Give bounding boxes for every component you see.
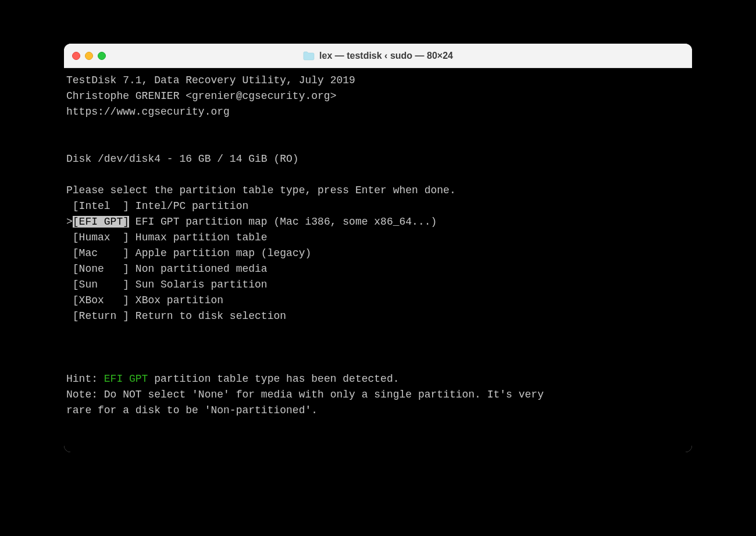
menu-item[interactable]: [XBox ] XBox partition (66, 293, 690, 308)
menu-description: XBox partition (129, 294, 223, 306)
blank (66, 136, 690, 151)
window-title: lex — testdisk ‹ sudo — 80×24 (319, 51, 453, 61)
menu-label: [Return ] (73, 310, 129, 322)
zoom-button[interactable] (98, 52, 106, 60)
menu-description: Humax partition table (129, 232, 268, 243)
menu-prefix: > (66, 216, 73, 228)
note-line-1: Note: Do NOT select 'None' for media wit… (66, 387, 690, 403)
blank (66, 324, 690, 340)
menu-label: [Sun ] (73, 279, 129, 290)
menu-prefix (66, 294, 73, 306)
header-line-2: Christophe GRENIER <grenier@cgsecurity.o… (66, 88, 690, 104)
terminal-window: lex — testdisk ‹ sudo — 80×24 TestDisk 7… (64, 44, 692, 452)
menu-prefix (66, 232, 73, 243)
menu-description: Sun Solaris partition (129, 279, 268, 290)
traffic-lights (72, 52, 106, 60)
menu-description: Non partitioned media (129, 263, 268, 275)
terminal-body[interactable]: TestDisk 7.1, Data Recovery Utility, Jul… (64, 68, 692, 452)
window-titlebar: lex — testdisk ‹ sudo — 80×24 (64, 44, 692, 68)
hint-line: Hint: EFI GPT partition table type has b… (66, 371, 690, 387)
title-content: lex — testdisk ‹ sudo — 80×24 (303, 51, 453, 61)
prompt-line: Please select the partition table type, … (66, 183, 690, 198)
blank (66, 167, 690, 183)
menu-label: [XBox ] (73, 294, 129, 306)
menu-prefix (66, 247, 73, 259)
menu-description: EFI GPT partition map (Mac i386, some x8… (129, 216, 437, 228)
minimize-button[interactable] (85, 52, 93, 60)
menu-prefix (66, 200, 73, 212)
menu-label: [EFI GPT] (73, 216, 129, 228)
note-line-2: rare for a disk to be 'Non-partitioned'. (66, 403, 690, 418)
menu-prefix (66, 310, 73, 322)
menu-description: Return to disk selection (129, 310, 286, 322)
blank (66, 340, 690, 356)
menu-item[interactable]: [Humax ] Humax partition table (66, 230, 690, 246)
menu-description: Apple partition map (legacy) (129, 247, 311, 259)
hint-highlight: EFI GPT (104, 373, 148, 385)
close-button[interactable] (72, 52, 80, 60)
menu-item[interactable]: >[EFI GPT] EFI GPT partition map (Mac i3… (66, 214, 690, 230)
menu-label: [Mac ] (73, 247, 129, 259)
menu-prefix (66, 279, 73, 290)
menu-item[interactable]: [Return ] Return to disk selection (66, 308, 690, 324)
menu-item[interactable]: [None ] Non partitioned media (66, 261, 690, 277)
menu-label: [Intel ] (73, 200, 129, 212)
menu-prefix (66, 263, 73, 275)
menu-item[interactable]: [Intel ] Intel/PC partition (66, 198, 690, 214)
hint-prefix: Hint: (66, 373, 104, 385)
blank (66, 120, 690, 136)
menu-description: Intel/PC partition (129, 200, 248, 212)
partition-type-menu[interactable]: [Intel ] Intel/PC partition>[EFI GPT] EF… (66, 198, 690, 324)
disk-info: Disk /dev/disk4 - 16 GB / 14 GiB (RO) (66, 151, 690, 167)
hint-suffix: partition table type has been detected. (148, 373, 399, 385)
blank (66, 356, 690, 371)
header-line-1: TestDisk 7.1, Data Recovery Utility, Jul… (66, 73, 690, 88)
folder-icon (303, 51, 315, 61)
menu-label: [None ] (73, 263, 129, 275)
menu-item[interactable]: [Mac ] Apple partition map (legacy) (66, 246, 690, 261)
menu-label: [Humax ] (73, 232, 129, 243)
menu-item[interactable]: [Sun ] Sun Solaris partition (66, 277, 690, 293)
header-line-3: https://www.cgsecurity.org (66, 104, 690, 120)
